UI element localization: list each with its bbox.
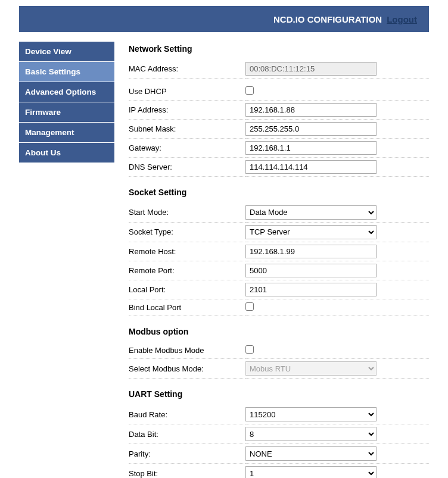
bind-label: Bind Local Port [129, 299, 245, 315]
sidebar-item-about-us[interactable]: About Us [19, 143, 114, 163]
remote-port-input[interactable] [245, 264, 377, 277]
modbus-select-label: Select Modbus Mode: [129, 359, 245, 379]
mac-value: 00:08:DC:11:12:15 [245, 62, 377, 76]
stopbit-label: Stop Bit: [129, 464, 245, 479]
parity-select[interactable]: NONE [245, 446, 377, 461]
start-mode-label: Start Mode: [129, 203, 245, 223]
ip-label: IP Address: [129, 100, 245, 119]
databit-label: Data Bit: [129, 424, 245, 444]
local-port-label: Local Port: [129, 280, 245, 299]
databit-select[interactable]: 8 [245, 427, 377, 441]
bind-checkbox[interactable] [245, 302, 254, 311]
mac-label: MAC Address: [129, 60, 245, 79]
dns-input[interactable] [245, 160, 377, 174]
socket-setting-title: Socket Setting [129, 188, 429, 197]
baud-label: Baud Rate: [129, 405, 245, 424]
dhcp-label: Use DHCP [129, 83, 245, 100]
remote-port-label: Remote Port: [129, 261, 245, 280]
sidebar-item-device-view[interactable]: Device View [19, 42, 114, 62]
remote-host-input[interactable] [245, 245, 377, 258]
subnet-input[interactable] [245, 122, 377, 136]
modbus-select: Mobus RTU [245, 361, 377, 376]
sidebar-item-advanced-options[interactable]: Advanced Options [19, 82, 114, 102]
uart-title: UART Setting [129, 389, 429, 399]
modbus-enable-label: Enable Modbus Mode [129, 342, 245, 359]
remote-host-label: Remote Host: [129, 242, 245, 261]
local-port-input[interactable] [245, 283, 377, 296]
modbus-title: Modbus option [129, 327, 429, 336]
dns-label: DNS Server: [129, 157, 245, 176]
logout-link[interactable]: Logout [387, 14, 417, 24]
content-area: Network Setting MAC Address: 00:08:DC:11… [114, 42, 429, 478]
network-setting-title: Network Setting [129, 44, 429, 54]
sidebar-item-basic-settings[interactable]: Basic Settings [19, 62, 114, 82]
sidebar-item-firmware[interactable]: Firmware [19, 102, 114, 123]
dhcp-checkbox[interactable] [245, 86, 254, 95]
baud-select[interactable]: 115200 [245, 407, 377, 421]
gateway-label: Gateway: [129, 138, 245, 157]
socket-type-select[interactable]: TCP Server [245, 225, 377, 239]
parity-label: Parity: [129, 444, 245, 464]
socket-type-label: Socket Type: [129, 222, 245, 242]
modbus-enable-checkbox[interactable] [245, 345, 254, 354]
sidebar: Device View Basic Settings Advanced Opti… [19, 42, 114, 478]
start-mode-select[interactable]: Data Mode [245, 205, 377, 220]
stopbit-select[interactable]: 1 [245, 466, 377, 478]
sidebar-item-management[interactable]: Management [19, 123, 114, 143]
gateway-input[interactable] [245, 141, 377, 155]
header-title: NCD.IO CONFIGURATION [273, 14, 382, 24]
ip-input[interactable] [245, 103, 377, 117]
subnet-label: Subnet Mask: [129, 119, 245, 138]
header-bar: NCD.IO CONFIGURATION Logout [19, 6, 429, 32]
